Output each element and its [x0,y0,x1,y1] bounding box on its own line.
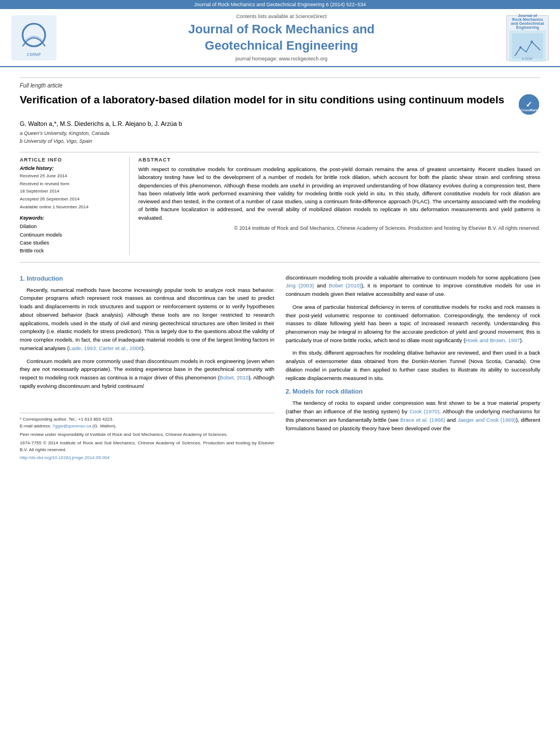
intro-para1: Recently, numerical methods have become … [20,286,274,353]
accepted-date: Accepted 26 September 2014 [20,195,124,203]
received-date: Received 25 June 2014 [20,172,124,180]
keywords-label: Keywords: [20,215,124,221]
svg-text:CSRMF: CSRMF [27,53,41,56]
keyword-case-studies: Case studies [20,239,124,247]
keywords-section: Keywords: Dilation Continuum models Case… [20,215,124,255]
intro-para3: discontinuum modeling tools provide a va… [286,274,540,299]
keyword-continuum: Continuum models [20,231,124,239]
sciencedirect-label: Contents lists available at ScienceDirec… [65,14,498,19]
section2-para1: The tendency of rocks to expand under co… [286,399,540,433]
thumb-title: Journal of Rock Mechanics and Geotechnic… [511,14,544,29]
ref-hoek-brown[interactable]: Hoek and Brown, 1997 [465,337,520,343]
footnote-area: * Corresponding author. Tel.: +1 613 893… [20,413,274,461]
affiliation-a: a Queen's University, Kingston, Canada [20,130,540,138]
journal-homepage: journal homepage: www.rockgeotech.org [65,56,498,62]
intro-para5: In this study, different approaches for … [286,349,540,382]
svg-rect-4 [512,33,543,59]
ref-bobet-2010[interactable]: Bobet, 2010 [220,374,248,381]
journal-logo: CSRMF [11,15,56,60]
svg-text:6   2014: 6 2014 [522,57,533,60]
intro-para2: Continuum models are more commonly used … [20,357,274,391]
section2-heading: 2. Models for rock dilation [286,387,540,396]
svg-text:CrossMark: CrossMark [520,108,538,112]
footnote-doi: http://dx.doi.org/10.1016/j.jrmge.2014.0… [20,455,274,461]
article-history-group: Article history: Received 25 June 2014 R… [20,165,124,211]
affiliation-b: b University of Vigo, Vigo, Spain [20,138,540,146]
ref-bobet-2010b[interactable]: Bobet (2010) [329,282,361,289]
svg-point-5 [519,46,522,49]
ref-jing-2003[interactable]: Jing (2003) [286,282,314,289]
article-section: Full length article Verification of a la… [0,67,560,255]
journal-header: CSRMF Contents lists available at Scienc… [0,9,560,67]
svg-text:✓: ✓ [526,100,532,109]
article-dates: Received 25 June 2014 Received in revise… [20,172,124,211]
article-title-text: Verification of a laboratory-based dilat… [20,93,512,107]
footnote-peer-review: Peer review under responsibility of Inst… [20,431,274,438]
body-right-column: discontinuum modeling tools provide a va… [286,274,540,462]
footnote-corresponding: * Corresponding author. Tel.: +1 613 893… [20,416,274,423]
journal-reference-bar: Journal of Rock Mechanics and Geotechnic… [0,0,560,9]
journal-title: Journal of Rock Mechanics and Geotechnic… [65,21,498,54]
ref-lade-1993[interactable]: Lade, 1993; Carter et al., 2008 [69,345,142,351]
crossmark-badge[interactable]: ✓ CrossMark [518,93,540,116]
available-date: Available online 1 November 2014 [20,203,124,211]
abstract-section-label: ABSTRACT [138,157,540,163]
ref-jaeger-cook[interactable]: Jaeger and Cook (1969) [457,417,516,423]
body-section: 1. Introduction Recently, numerical meth… [0,268,560,462]
doi-link[interactable]: http://dx.doi.org/10.1016/j.jrmge.2014.0… [20,455,110,460]
intro-heading: 1. Introduction [20,274,274,283]
journal-reference-text: Journal of Rock Mechanics and Geotechnic… [194,2,366,7]
article-info-column: ARTICLE INFO Article history: Received 2… [20,157,130,255]
authors-line: G. Walton a,*, M.S. Diederichs a, L.R. A… [20,120,540,127]
svg-point-6 [531,41,533,43]
intro-para4: One area of particular historical defici… [286,303,540,345]
abstract-text: With respect to constitutive models for … [138,165,540,222]
article-type-label: Full length article [20,82,540,89]
body-columns: 1. Introduction Recently, numerical meth… [20,274,540,462]
footnote-email: E-mail address: 7ggw@queensu.ca (G. Walt… [20,423,274,430]
history-label: Article history: [20,165,124,171]
info-abstract-columns: ARTICLE INFO Article history: Received 2… [20,157,540,255]
keyword-brittle-rock: Brittle rock [20,247,124,255]
and-word: and [317,282,326,289]
abstract-column: ABSTRACT With respect to constitutive mo… [138,157,540,255]
revised-date: Received in revised form Received in rev… [20,180,124,195]
thumb-cover-image: 6 2014 [509,30,546,62]
body-left-column: 1. Introduction Recently, numerical meth… [20,274,274,462]
keyword-dilation: Dilation [20,222,124,230]
article-info-section-label: ARTICLE INFO [20,157,124,163]
abstract-copyright: © 2014 Institute of Rock and Soil Mechan… [138,225,540,231]
ref-brace-1966[interactable]: Brace et al. (1966) [400,417,445,423]
crossmark-icon: ✓ CrossMark [519,94,539,115]
email-link[interactable]: 7ggw@queensu.ca [53,423,91,429]
footnotes: * Corresponding author. Tel.: +1 613 893… [20,413,274,461]
journal-title-section: Contents lists available at ScienceDirec… [65,14,498,62]
journal-cover-thumbnail: Journal of Rock Mechanics and Geotechnic… [506,15,549,60]
footnote-issn: 1674-7755 © 2014 Institute of Rock and S… [20,440,274,453]
article-title-block: Verification of a laboratory-based dilat… [20,93,540,116]
ref-cook-1970[interactable]: Cook (1970) [409,408,439,414]
affiliations: a Queen's University, Kingston, Canada b… [20,130,540,145]
